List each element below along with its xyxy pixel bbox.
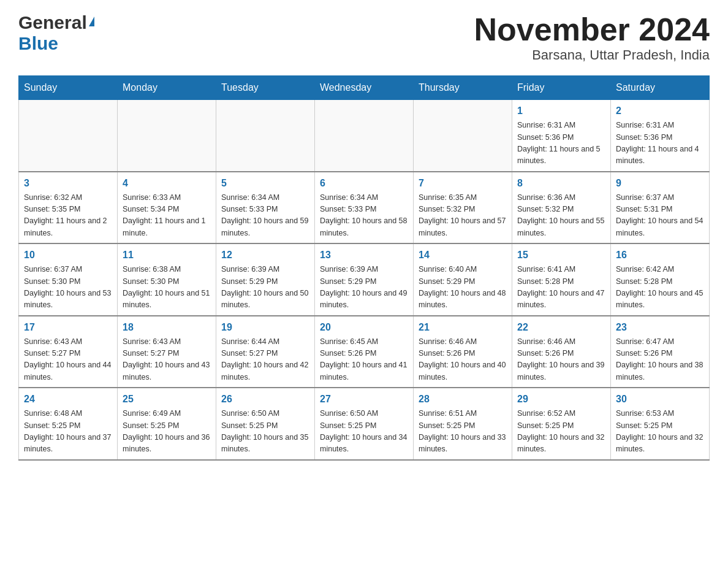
day-info: Sunrise: 6:35 AMSunset: 5:32 PMDaylight:… xyxy=(419,192,507,240)
day-info: Sunrise: 6:37 AMSunset: 5:31 PMDaylight:… xyxy=(616,192,704,240)
table-row: 15Sunrise: 6:41 AMSunset: 5:28 PMDayligh… xyxy=(512,243,611,316)
table-row: 21Sunrise: 6:46 AMSunset: 5:26 PMDayligh… xyxy=(414,316,512,388)
col-monday: Monday xyxy=(118,76,216,100)
page-header: General Blue November 2024 Barsana, Utta… xyxy=(18,12,710,63)
table-row: 5Sunrise: 6:34 AMSunset: 5:33 PMDaylight… xyxy=(216,172,315,244)
day-number: 27 xyxy=(320,392,408,407)
day-number: 6 xyxy=(320,176,408,191)
table-row: 27Sunrise: 6:50 AMSunset: 5:25 PMDayligh… xyxy=(315,388,414,460)
day-number: 24 xyxy=(24,392,112,407)
table-row: 17Sunrise: 6:43 AMSunset: 5:27 PMDayligh… xyxy=(19,316,118,388)
day-number: 26 xyxy=(221,392,309,407)
calendar-subtitle: Barsana, Uttar Pradesh, India xyxy=(474,47,710,63)
day-info: Sunrise: 6:48 AMSunset: 5:25 PMDaylight:… xyxy=(24,408,112,456)
table-row xyxy=(216,100,315,172)
day-number: 17 xyxy=(24,320,112,335)
table-row: 11Sunrise: 6:38 AMSunset: 5:30 PMDayligh… xyxy=(118,243,216,316)
table-row: 30Sunrise: 6:53 AMSunset: 5:25 PMDayligh… xyxy=(611,388,710,460)
day-number: 14 xyxy=(419,248,507,262)
day-number: 15 xyxy=(517,248,605,262)
calendar-week-row: 24Sunrise: 6:48 AMSunset: 5:25 PMDayligh… xyxy=(19,388,710,460)
table-row xyxy=(19,100,118,172)
day-number: 1 xyxy=(517,104,605,118)
day-number: 25 xyxy=(123,392,211,407)
day-info: Sunrise: 6:46 AMSunset: 5:26 PMDaylight:… xyxy=(419,336,507,384)
table-row: 8Sunrise: 6:36 AMSunset: 5:32 PMDaylight… xyxy=(512,172,611,244)
day-number: 7 xyxy=(419,176,507,191)
day-number: 18 xyxy=(123,320,211,335)
table-row: 22Sunrise: 6:46 AMSunset: 5:26 PMDayligh… xyxy=(512,316,611,388)
calendar-table: Sunday Monday Tuesday Wednesday Thursday… xyxy=(18,75,710,461)
table-row: 4Sunrise: 6:33 AMSunset: 5:34 PMDaylight… xyxy=(118,172,216,244)
day-number: 10 xyxy=(24,248,112,262)
day-info: Sunrise: 6:40 AMSunset: 5:29 PMDaylight:… xyxy=(419,264,507,312)
table-row: 13Sunrise: 6:39 AMSunset: 5:29 PMDayligh… xyxy=(315,243,414,316)
logo: General Blue xyxy=(18,12,94,54)
table-row: 24Sunrise: 6:48 AMSunset: 5:25 PMDayligh… xyxy=(19,388,118,460)
day-number: 13 xyxy=(320,248,408,262)
table-row: 23Sunrise: 6:47 AMSunset: 5:26 PMDayligh… xyxy=(611,316,710,388)
table-row: 3Sunrise: 6:32 AMSunset: 5:35 PMDaylight… xyxy=(19,172,118,244)
day-info: Sunrise: 6:42 AMSunset: 5:28 PMDaylight:… xyxy=(616,264,704,312)
day-info: Sunrise: 6:31 AMSunset: 5:36 PMDaylight:… xyxy=(517,120,605,167)
calendar-week-row: 10Sunrise: 6:37 AMSunset: 5:30 PMDayligh… xyxy=(19,243,710,316)
table-row: 14Sunrise: 6:40 AMSunset: 5:29 PMDayligh… xyxy=(414,243,512,316)
col-saturday: Saturday xyxy=(611,76,710,100)
table-row: 9Sunrise: 6:37 AMSunset: 5:31 PMDaylight… xyxy=(611,172,710,244)
table-row xyxy=(414,100,512,172)
table-row: 10Sunrise: 6:37 AMSunset: 5:30 PMDayligh… xyxy=(19,243,118,316)
calendar-week-row: 17Sunrise: 6:43 AMSunset: 5:27 PMDayligh… xyxy=(19,316,710,388)
day-number: 29 xyxy=(517,392,605,407)
day-number: 22 xyxy=(517,320,605,335)
day-number: 28 xyxy=(419,392,507,407)
calendar-title: November 2024 xyxy=(474,12,710,47)
table-row: 19Sunrise: 6:44 AMSunset: 5:27 PMDayligh… xyxy=(216,316,315,388)
day-number: 19 xyxy=(221,320,309,335)
table-row: 16Sunrise: 6:42 AMSunset: 5:28 PMDayligh… xyxy=(611,243,710,316)
day-number: 4 xyxy=(123,176,211,191)
day-number: 5 xyxy=(221,176,309,191)
col-wednesday: Wednesday xyxy=(315,76,414,100)
day-number: 2 xyxy=(616,104,704,118)
table-row xyxy=(118,100,216,172)
day-info: Sunrise: 6:41 AMSunset: 5:28 PMDaylight:… xyxy=(517,264,605,312)
day-info: Sunrise: 6:33 AMSunset: 5:34 PMDaylight:… xyxy=(123,192,211,240)
title-block: November 2024 Barsana, Uttar Pradesh, In… xyxy=(474,12,710,63)
logo-blue-text: Blue xyxy=(18,33,58,53)
day-number: 12 xyxy=(221,248,309,262)
day-info: Sunrise: 6:47 AMSunset: 5:26 PMDaylight:… xyxy=(616,336,704,384)
col-thursday: Thursday xyxy=(414,76,512,100)
table-row: 1Sunrise: 6:31 AMSunset: 5:36 PMDaylight… xyxy=(512,100,611,172)
day-info: Sunrise: 6:34 AMSunset: 5:33 PMDaylight:… xyxy=(320,192,408,240)
col-sunday: Sunday xyxy=(19,76,118,100)
calendar-week-row: 3Sunrise: 6:32 AMSunset: 5:35 PMDaylight… xyxy=(19,172,710,244)
day-number: 23 xyxy=(616,320,704,335)
col-friday: Friday xyxy=(512,76,611,100)
day-info: Sunrise: 6:36 AMSunset: 5:32 PMDaylight:… xyxy=(517,192,605,240)
day-info: Sunrise: 6:39 AMSunset: 5:29 PMDaylight:… xyxy=(320,264,408,312)
day-info: Sunrise: 6:50 AMSunset: 5:25 PMDaylight:… xyxy=(320,408,408,456)
day-info: Sunrise: 6:49 AMSunset: 5:25 PMDaylight:… xyxy=(123,408,211,456)
day-info: Sunrise: 6:50 AMSunset: 5:25 PMDaylight:… xyxy=(221,408,309,456)
table-row: 18Sunrise: 6:43 AMSunset: 5:27 PMDayligh… xyxy=(118,316,216,388)
day-info: Sunrise: 6:37 AMSunset: 5:30 PMDaylight:… xyxy=(24,264,112,312)
table-row: 20Sunrise: 6:45 AMSunset: 5:26 PMDayligh… xyxy=(315,316,414,388)
calendar-header-row: Sunday Monday Tuesday Wednesday Thursday… xyxy=(19,76,710,100)
table-row: 26Sunrise: 6:50 AMSunset: 5:25 PMDayligh… xyxy=(216,388,315,460)
table-row: 12Sunrise: 6:39 AMSunset: 5:29 PMDayligh… xyxy=(216,243,315,316)
table-row: 29Sunrise: 6:52 AMSunset: 5:25 PMDayligh… xyxy=(512,388,611,460)
table-row: 6Sunrise: 6:34 AMSunset: 5:33 PMDaylight… xyxy=(315,172,414,244)
day-number: 21 xyxy=(419,320,507,335)
day-number: 3 xyxy=(24,176,112,191)
day-number: 20 xyxy=(320,320,408,335)
table-row: 28Sunrise: 6:51 AMSunset: 5:25 PMDayligh… xyxy=(414,388,512,460)
day-number: 11 xyxy=(123,248,211,262)
table-row: 2Sunrise: 6:31 AMSunset: 5:36 PMDaylight… xyxy=(611,100,710,172)
table-row xyxy=(315,100,414,172)
day-info: Sunrise: 6:44 AMSunset: 5:27 PMDaylight:… xyxy=(221,336,309,384)
day-info: Sunrise: 6:38 AMSunset: 5:30 PMDaylight:… xyxy=(123,264,211,312)
day-info: Sunrise: 6:45 AMSunset: 5:26 PMDaylight:… xyxy=(320,336,408,384)
logo-general-text: General xyxy=(18,12,87,33)
calendar-week-row: 1Sunrise: 6:31 AMSunset: 5:36 PMDaylight… xyxy=(19,100,710,172)
table-row: 7Sunrise: 6:35 AMSunset: 5:32 PMDaylight… xyxy=(414,172,512,244)
